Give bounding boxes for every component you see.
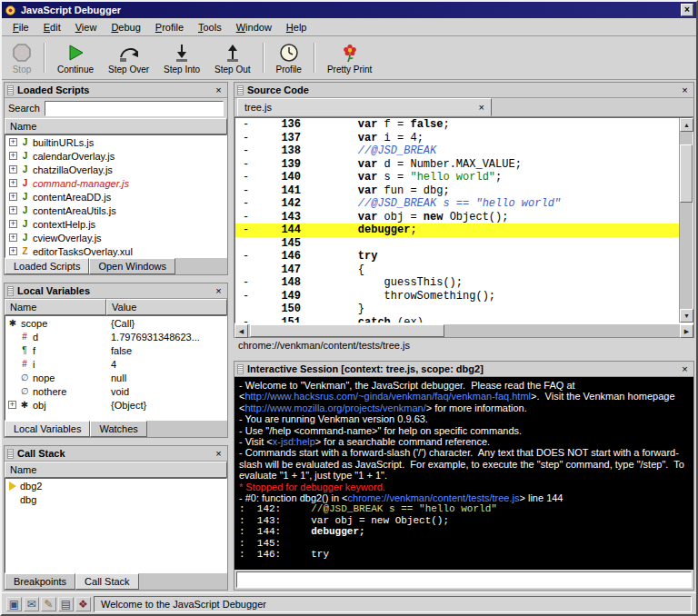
loaded-scripts-close-button[interactable]: × (213, 84, 224, 96)
addressbook-icon[interactable]: ▤ (58, 597, 74, 611)
source-line[interactable]: -142 //@JSD_BREAK s == "hello world" (235, 197, 679, 211)
panel-grippy[interactable] (7, 85, 14, 95)
local-variables-close-button[interactable]: × (213, 285, 224, 297)
call-stack-close-button[interactable]: × (213, 448, 224, 460)
breakpoint-gutter[interactable] (235, 263, 259, 277)
console-link[interactable]: http://www.mozilla.org/projects/venkman/ (244, 402, 425, 413)
panel-grippy[interactable] (7, 449, 14, 459)
horizontal-splitter[interactable] (4, 275, 228, 283)
step-out-button[interactable]: Step Out (208, 38, 256, 77)
search-input[interactable] (45, 101, 224, 116)
source-tab-treejs[interactable]: tree.js × (237, 98, 492, 116)
console-link[interactable]: x-jsd:help (273, 436, 315, 447)
tab-watches[interactable]: Watches (90, 421, 146, 437)
variable-row[interactable]: ✱scope{Call} (5, 316, 226, 330)
expander-icon[interactable]: + (9, 152, 17, 160)
vertical-scrollbar[interactable]: ▲ ▼ (679, 118, 693, 323)
panel-grippy[interactable] (237, 364, 244, 374)
source-line[interactable]: -137 var i = 4; (235, 132, 679, 145)
console-input[interactable] (236, 571, 692, 588)
breakpoint-gutter[interactable]: - (235, 276, 259, 290)
variable-row[interactable]: +✱obj{Object} (5, 398, 226, 412)
source-line[interactable]: -140 var s = "hello world"; (235, 171, 679, 184)
expander-icon[interactable]: + (9, 165, 17, 174)
expander-icon[interactable]: + (9, 206, 17, 214)
source-line[interactable]: -146 try (235, 250, 679, 263)
panel-grippy[interactable] (7, 286, 14, 296)
tab-call-stack[interactable]: Call Stack (75, 573, 139, 590)
source-line[interactable]: -141 var fun = dbg; (235, 184, 679, 198)
scroll-right-button[interactable]: ▶ (680, 324, 693, 338)
menu-profile[interactable]: Profile (148, 20, 191, 35)
source-line[interactable]: -143 var obj = new Object(); (235, 211, 679, 224)
step-over-button[interactable]: Step Over (102, 38, 155, 77)
profile-button[interactable]: Profile (270, 38, 308, 77)
stack-frame[interactable]: dbg2 (5, 479, 226, 492)
source-line[interactable]: -144 debugger; (235, 224, 679, 237)
titlebar[interactable]: JavaScript Debugger × (2, 2, 696, 18)
script-item[interactable]: +Jcommand-manager.js (5, 176, 226, 190)
breakpoint-gutter[interactable]: - (235, 132, 259, 145)
source-line[interactable]: -139 var d = Number.MAX_VALUE; (235, 158, 679, 172)
source-line[interactable]: -138 //@JSD_BREAK (235, 144, 679, 158)
breakpoint-gutter[interactable]: - (235, 211, 259, 224)
menu-file[interactable]: File (5, 20, 36, 35)
script-item[interactable]: +JcontentAreaDD.js (5, 190, 226, 204)
panel-grippy[interactable] (237, 85, 244, 95)
column-header-name[interactable]: Name (5, 299, 106, 315)
column-header-name[interactable]: Name (5, 462, 227, 478)
horizontal-scrollbar[interactable]: ◀ ▶ (234, 323, 693, 337)
variable-row[interactable]: ¶ffalse (5, 343, 226, 357)
source-line[interactable]: -151 catch (ex) (235, 316, 679, 323)
source-line[interactable]: -149 throwSomething(); (235, 290, 679, 303)
horizontal-splitter[interactable] (234, 353, 694, 361)
scroll-down-button[interactable]: ▼ (680, 309, 693, 323)
variable-row[interactable]: ∅nopenull (5, 371, 226, 384)
expander-icon[interactable]: + (9, 247, 17, 255)
scroll-left-button[interactable]: ◀ (234, 324, 248, 338)
window-close-button[interactable]: × (681, 4, 693, 16)
loaded-scripts-header[interactable]: Loaded Scripts × (5, 83, 227, 98)
debugger-icon[interactable]: ❖ (75, 597, 91, 611)
console-link[interactable]: chrome://venkman/content/tests/tree.js (348, 492, 520, 503)
script-item[interactable]: +JchatzillaOverlay.js (5, 163, 226, 176)
menu-edit[interactable]: Edit (36, 20, 68, 35)
source-code-close-button[interactable]: × (679, 84, 691, 96)
menu-debug[interactable]: Debug (104, 20, 147, 35)
breakpoint-gutter[interactable]: - (235, 158, 259, 172)
breakpoint-gutter[interactable] (235, 303, 259, 316)
breakpoint-gutter[interactable]: - (235, 118, 259, 132)
script-item[interactable]: +JcalendarOverlay.js (5, 149, 226, 163)
horizontal-splitter[interactable] (4, 438, 228, 445)
script-item[interactable]: +JbuiltinURLs.js (5, 135, 226, 149)
navigator-icon[interactable]: ▣ (6, 597, 22, 611)
breakpoint-gutter[interactable]: - (235, 197, 259, 211)
expander-icon[interactable]: + (8, 401, 16, 409)
source-line[interactable]: -148 guessThis(); (235, 276, 679, 290)
breakpoint-gutter[interactable]: - (235, 171, 259, 184)
variable-row[interactable]: ∅notherevoid (5, 384, 226, 398)
stop-button[interactable]: Stop (5, 38, 38, 77)
column-header-name[interactable]: Name (5, 118, 227, 134)
breakpoint-gutter[interactable]: - (235, 224, 259, 237)
breakpoint-gutter[interactable]: - (235, 250, 259, 263)
tab-loaded-scripts[interactable]: Loaded Scripts (5, 258, 89, 274)
scrollbar-track[interactable] (680, 132, 693, 309)
tab-local-variables[interactable]: Local Variables (5, 421, 90, 437)
tab-open-windows[interactable]: Open Windows (89, 258, 175, 274)
script-item[interactable]: +JcontextHelp.js (5, 217, 226, 231)
tab-breakpoints[interactable]: Breakpoints (5, 573, 75, 590)
script-item[interactable]: +JcontentAreaUtils.js (5, 204, 226, 217)
interactive-session-close-button[interactable]: × (679, 363, 691, 375)
close-tab-icon[interactable]: × (479, 103, 484, 112)
menu-window[interactable]: Window (229, 20, 279, 35)
breakpoint-gutter[interactable]: - (235, 144, 259, 158)
step-into-button[interactable]: Step Into (157, 38, 206, 77)
menu-help[interactable]: Help (279, 20, 314, 35)
expander-icon[interactable]: + (9, 233, 17, 242)
continue-button[interactable]: Continue (51, 38, 100, 77)
breakpoint-gutter[interactable]: - (235, 184, 259, 198)
interactive-session-header[interactable]: Interactive Session [context: tree.js, s… (234, 362, 693, 377)
expander-icon[interactable]: + (9, 220, 17, 228)
source-line[interactable]: 145 (235, 237, 679, 251)
